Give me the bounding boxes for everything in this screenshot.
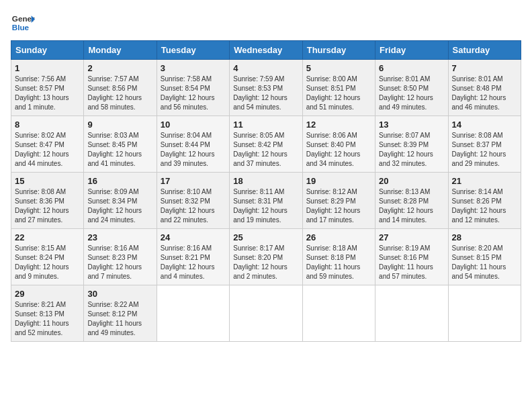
day-info: Sunrise: 8:02 AM Sunset: 8:47 PM Dayligh… — [15, 131, 80, 169]
page-header: General Blue — [11, 11, 521, 35]
header-day-sunday: Sunday — [11, 41, 84, 60]
logo: General Blue — [11, 11, 35, 35]
day-info: Sunrise: 8:00 AM Sunset: 8:51 PM Dayligh… — [306, 75, 371, 112]
calendar-table: SundayMondayTuesdayWednesdayThursdayFrid… — [11, 40, 521, 342]
day-number: 30 — [87, 289, 152, 299]
calendar-body: 1Sunrise: 7:56 AM Sunset: 8:57 PM Daylig… — [11, 60, 521, 342]
calendar-cell: 14Sunrise: 8:08 AM Sunset: 8:37 PM Dayli… — [448, 116, 521, 173]
day-info: Sunrise: 8:09 AM Sunset: 8:34 PM Dayligh… — [87, 187, 152, 225]
day-number: 24 — [161, 232, 226, 242]
day-number: 2 — [87, 63, 152, 73]
logo-icon: General Blue — [11, 11, 35, 35]
day-number: 13 — [379, 120, 444, 130]
day-info: Sunrise: 8:10 AM Sunset: 8:32 PM Dayligh… — [161, 187, 226, 225]
day-info: Sunrise: 7:58 AM Sunset: 8:54 PM Dayligh… — [161, 75, 226, 112]
calendar-cell: 2Sunrise: 7:57 AM Sunset: 8:56 PM Daylig… — [84, 60, 157, 116]
day-number: 4 — [233, 63, 298, 73]
calendar-cell: 30Sunrise: 8:22 AM Sunset: 8:12 PM Dayli… — [84, 285, 157, 342]
calendar-cell: 29Sunrise: 8:21 AM Sunset: 8:13 PM Dayli… — [11, 285, 84, 342]
header-day-monday: Monday — [84, 41, 157, 60]
day-number: 23 — [87, 232, 152, 242]
calendar-row-0: 1Sunrise: 7:56 AM Sunset: 8:57 PM Daylig… — [11, 60, 521, 116]
header-day-tuesday: Tuesday — [157, 41, 229, 60]
day-number: 1 — [15, 63, 80, 73]
header-day-saturday: Saturday — [448, 41, 521, 60]
day-info: Sunrise: 8:11 AM Sunset: 8:31 PM Dayligh… — [233, 187, 298, 225]
day-number: 27 — [379, 232, 444, 242]
day-number: 20 — [379, 176, 444, 186]
day-info: Sunrise: 8:07 AM Sunset: 8:39 PM Dayligh… — [379, 131, 444, 169]
day-number: 25 — [233, 232, 298, 242]
calendar-cell: 1Sunrise: 7:56 AM Sunset: 8:57 PM Daylig… — [11, 60, 84, 116]
day-number: 26 — [306, 232, 371, 242]
day-number: 11 — [233, 120, 298, 130]
day-info: Sunrise: 8:01 AM Sunset: 8:50 PM Dayligh… — [379, 75, 444, 112]
calendar-cell — [302, 285, 375, 342]
day-info: Sunrise: 8:16 AM Sunset: 8:21 PM Dayligh… — [161, 244, 226, 281]
calendar-cell: 21Sunrise: 8:14 AM Sunset: 8:26 PM Dayli… — [448, 173, 521, 229]
day-number: 29 — [15, 289, 80, 299]
calendar-cell: 6Sunrise: 8:01 AM Sunset: 8:50 PM Daylig… — [375, 60, 448, 116]
calendar-cell: 7Sunrise: 8:01 AM Sunset: 8:48 PM Daylig… — [448, 60, 521, 116]
header-row: SundayMondayTuesdayWednesdayThursdayFrid… — [11, 41, 521, 60]
calendar-cell: 20Sunrise: 8:13 AM Sunset: 8:28 PM Dayli… — [375, 173, 448, 229]
calendar-cell: 12Sunrise: 8:06 AM Sunset: 8:40 PM Dayli… — [302, 116, 375, 173]
calendar-cell: 5Sunrise: 8:00 AM Sunset: 8:51 PM Daylig… — [302, 60, 375, 116]
calendar-cell: 16Sunrise: 8:09 AM Sunset: 8:34 PM Dayli… — [84, 173, 157, 229]
calendar-cell: 19Sunrise: 8:12 AM Sunset: 8:29 PM Dayli… — [302, 173, 375, 229]
day-info: Sunrise: 8:19 AM Sunset: 8:16 PM Dayligh… — [379, 244, 444, 281]
day-number: 28 — [452, 232, 517, 242]
day-info: Sunrise: 8:08 AM Sunset: 8:37 PM Dayligh… — [452, 131, 517, 169]
calendar-cell: 23Sunrise: 8:16 AM Sunset: 8:23 PM Dayli… — [84, 229, 157, 285]
header-day-thursday: Thursday — [302, 41, 375, 60]
day-number: 5 — [306, 63, 371, 73]
calendar-cell — [157, 285, 229, 342]
day-number: 21 — [452, 176, 517, 186]
calendar-cell: 4Sunrise: 7:59 AM Sunset: 8:53 PM Daylig… — [230, 60, 302, 116]
day-number: 12 — [306, 120, 371, 130]
calendar-cell: 15Sunrise: 8:08 AM Sunset: 8:36 PM Dayli… — [11, 173, 84, 229]
calendar-cell: 17Sunrise: 8:10 AM Sunset: 8:32 PM Dayli… — [157, 173, 229, 229]
calendar-cell: 11Sunrise: 8:05 AM Sunset: 8:42 PM Dayli… — [230, 116, 302, 173]
day-number: 9 — [87, 120, 152, 130]
calendar-row-4: 29Sunrise: 8:21 AM Sunset: 8:13 PM Dayli… — [11, 285, 521, 342]
day-info: Sunrise: 8:13 AM Sunset: 8:28 PM Dayligh… — [379, 187, 444, 225]
calendar-cell: 24Sunrise: 8:16 AM Sunset: 8:21 PM Dayli… — [157, 229, 229, 285]
day-number: 3 — [161, 63, 226, 73]
header-day-wednesday: Wednesday — [230, 41, 302, 60]
day-info: Sunrise: 8:01 AM Sunset: 8:48 PM Dayligh… — [452, 75, 517, 112]
day-number: 16 — [87, 176, 152, 186]
day-info: Sunrise: 8:22 AM Sunset: 8:12 PM Dayligh… — [87, 300, 152, 338]
calendar-row-2: 15Sunrise: 8:08 AM Sunset: 8:36 PM Dayli… — [11, 173, 521, 229]
calendar-cell: 27Sunrise: 8:19 AM Sunset: 8:16 PM Dayli… — [375, 229, 448, 285]
day-info: Sunrise: 8:03 AM Sunset: 8:45 PM Dayligh… — [87, 131, 152, 169]
calendar-cell — [448, 285, 521, 342]
day-info: Sunrise: 8:15 AM Sunset: 8:24 PM Dayligh… — [15, 244, 80, 281]
calendar-cell: 18Sunrise: 8:11 AM Sunset: 8:31 PM Dayli… — [230, 173, 302, 229]
calendar-header: SundayMondayTuesdayWednesdayThursdayFrid… — [11, 41, 521, 60]
calendar-cell: 9Sunrise: 8:03 AM Sunset: 8:45 PM Daylig… — [84, 116, 157, 173]
day-number: 17 — [161, 176, 226, 186]
day-info: Sunrise: 7:57 AM Sunset: 8:56 PM Dayligh… — [87, 75, 152, 112]
day-info: Sunrise: 8:04 AM Sunset: 8:44 PM Dayligh… — [161, 131, 226, 169]
day-info: Sunrise: 8:18 AM Sunset: 8:18 PM Dayligh… — [306, 244, 371, 281]
calendar-row-1: 8Sunrise: 8:02 AM Sunset: 8:47 PM Daylig… — [11, 116, 521, 173]
svg-text:Blue: Blue — [12, 23, 30, 32]
calendar-cell: 22Sunrise: 8:15 AM Sunset: 8:24 PM Dayli… — [11, 229, 84, 285]
day-info: Sunrise: 8:08 AM Sunset: 8:36 PM Dayligh… — [15, 187, 80, 225]
day-info: Sunrise: 7:56 AM Sunset: 8:57 PM Dayligh… — [15, 75, 80, 112]
calendar-cell: 3Sunrise: 7:58 AM Sunset: 8:54 PM Daylig… — [157, 60, 229, 116]
day-number: 15 — [15, 176, 80, 186]
day-info: Sunrise: 8:05 AM Sunset: 8:42 PM Dayligh… — [233, 131, 298, 169]
day-info: Sunrise: 7:59 AM Sunset: 8:53 PM Dayligh… — [233, 75, 298, 112]
day-info: Sunrise: 8:21 AM Sunset: 8:13 PM Dayligh… — [15, 300, 80, 338]
calendar-cell — [375, 285, 448, 342]
header-day-friday: Friday — [375, 41, 448, 60]
day-number: 6 — [379, 63, 444, 73]
calendar-cell: 25Sunrise: 8:17 AM Sunset: 8:20 PM Dayli… — [230, 229, 302, 285]
calendar-cell: 28Sunrise: 8:20 AM Sunset: 8:15 PM Dayli… — [448, 229, 521, 285]
calendar-row-3: 22Sunrise: 8:15 AM Sunset: 8:24 PM Dayli… — [11, 229, 521, 285]
calendar-cell — [230, 285, 302, 342]
day-number: 19 — [306, 176, 371, 186]
day-number: 22 — [15, 232, 80, 242]
